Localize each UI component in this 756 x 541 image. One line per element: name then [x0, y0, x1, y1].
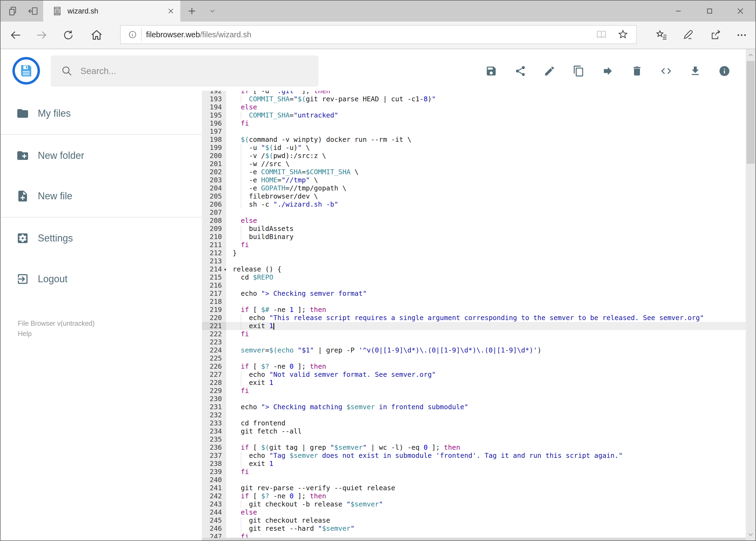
favorite-star-icon[interactable] — [617, 29, 629, 40]
code-line[interactable]: 240 — [202, 476, 746, 484]
address-bar[interactable]: filebrowser.web/files/wizard.sh — [120, 25, 637, 44]
code-line[interactable]: 203 -e HOME="//tmp" \ — [202, 176, 746, 184]
code-line[interactable]: 229 fi — [202, 387, 746, 395]
code-line[interactable]: 201 -w //src \ — [202, 160, 746, 168]
tab-preview-icon[interactable] — [7, 1, 19, 22]
move-button[interactable] — [602, 65, 614, 77]
code-line[interactable]: 222 fi — [202, 330, 746, 338]
share-button[interactable] — [514, 65, 526, 77]
filebrowser-logo[interactable] — [12, 57, 40, 85]
code-line[interactable]: 204 -e GOPATH=//tmp/gopath \ — [202, 184, 746, 192]
tabs-aside-icon[interactable] — [27, 1, 39, 22]
copy-button[interactable] — [573, 65, 585, 77]
search-input[interactable] — [80, 66, 302, 76]
code-line[interactable]: 210 buildBinary — [202, 233, 746, 241]
code-line[interactable]: 221 exit 1 — [202, 322, 746, 330]
reading-view-icon[interactable] — [596, 29, 607, 40]
code-line[interactable]: 219 if [ $# -ne 1 ]; then — [202, 306, 746, 314]
help-link[interactable]: Help — [18, 328, 95, 339]
new-tab-button[interactable] — [186, 1, 198, 22]
code-line[interactable]: 214▾release () { — [202, 265, 746, 273]
window-minimize-button[interactable] — [666, 1, 690, 22]
sidebar-item-new-file[interactable]: New file — [1, 183, 202, 209]
back-icon[interactable] — [8, 22, 24, 49]
code-line[interactable]: 207 — [202, 209, 746, 217]
code-line[interactable]: 193 COMMIT_SHA="$(git rev-parse HEAD | c… — [202, 95, 746, 103]
delete-button[interactable] — [631, 65, 643, 77]
info-button[interactable] — [718, 65, 730, 77]
code-line[interactable]: 223 — [202, 338, 746, 346]
edit-button[interactable] — [544, 65, 556, 77]
code-line[interactable]: 197 — [202, 128, 746, 136]
code-line[interactable]: 244 else — [202, 508, 746, 516]
code-line[interactable]: 233 cd frontend — [202, 419, 746, 427]
code-line[interactable]: 202 -e COMMIT_SHA=$COMMIT_SHA \ — [202, 168, 746, 176]
sidebar-item-new-folder[interactable]: New folder — [1, 143, 202, 169]
code-line[interactable]: 230 — [202, 395, 746, 403]
window-maximize-button[interactable] — [697, 1, 722, 22]
code-line[interactable]: 194 else — [202, 103, 746, 111]
code-button[interactable] — [660, 65, 672, 77]
code-line[interactable]: 208 else — [202, 217, 746, 225]
editor-horizontal-scrollbar[interactable] — [202, 538, 746, 540]
tab-close-icon[interactable] — [161, 1, 180, 22]
scroll-up-icon[interactable] — [746, 50, 755, 61]
code-line[interactable]: 205 filebrowser/dev \ — [202, 192, 746, 201]
code-line[interactable]: 238 exit 1 — [202, 460, 746, 468]
code-line[interactable]: 241 git rev-parse --verify --quiet relea… — [202, 484, 746, 492]
scroll-down-icon[interactable] — [746, 529, 755, 540]
more-options-icon[interactable] — [734, 22, 750, 49]
code-line[interactable]: 216 — [202, 281, 746, 289]
code-line[interactable]: 224 semver=$(echo "$1" | grep -P '^v(0|[… — [202, 346, 746, 354]
code-line[interactable]: 243 git checkout -b release "$semver" — [202, 500, 746, 508]
code-line[interactable]: 231 echo "> Checking matching $semver in… — [202, 403, 746, 411]
forward-icon[interactable] — [34, 22, 50, 49]
save-button[interactable] — [485, 65, 497, 77]
code-line[interactable]: 215 cd $REPO — [202, 273, 746, 281]
scrollbar-thumb[interactable] — [747, 61, 755, 164]
download-button[interactable] — [689, 65, 701, 77]
code-line[interactable]: 228 exit 1 — [202, 379, 746, 387]
code-line[interactable]: 246 git reset --hard "$semver" — [202, 525, 746, 533]
code-line[interactable]: 199 -u "$(id -u)" \ — [202, 144, 746, 152]
code-line[interactable]: 237 echo "Tag $semver does not exist in … — [202, 452, 746, 460]
code-editor[interactable]: 192 if [ -d ".git" ]; then193 COMMIT_SHA… — [202, 91, 746, 540]
site-info-icon[interactable] — [127, 30, 137, 39]
code-line[interactable]: 206 sh -c "./wizard.sh -b" — [202, 201, 746, 209]
code-line[interactable]: 242 if [ $? -ne 0 ]; then — [202, 492, 746, 500]
code-line[interactable]: 235 — [202, 435, 746, 443]
code-line[interactable]: 245 git checkout release — [202, 516, 746, 525]
code-line[interactable]: 209 buildAssets — [202, 225, 746, 233]
search-bar[interactable] — [51, 55, 319, 87]
home-icon[interactable] — [89, 22, 105, 49]
tab-list-chevron-icon[interactable] — [206, 1, 219, 22]
page-scrollbar[interactable] — [746, 49, 755, 540]
browser-tab[interactable]: wizard.sh — [43, 1, 180, 22]
code-line[interactable]: 213 — [202, 257, 746, 265]
sidebar-item-logout[interactable]: Logout — [1, 266, 202, 292]
code-line[interactable]: 236 if [ $(git tag | grep "$semver" | wc… — [202, 443, 746, 452]
code-line[interactable]: 198 $(command -v winpty) docker run --rm… — [202, 136, 746, 144]
code-line[interactable]: 212} — [202, 249, 746, 257]
code-line[interactable]: 226 if [ $? -ne 0 ]; then — [202, 362, 746, 370]
share-icon[interactable] — [708, 22, 724, 49]
code-line[interactable]: 218 — [202, 297, 746, 306]
sidebar-item-settings[interactable]: Settings — [1, 225, 202, 251]
code-line[interactable]: 225 — [202, 354, 746, 362]
code-line[interactable]: 200 -v /$(pwd):/src:z \ — [202, 152, 746, 160]
code-line[interactable]: 217 echo "> Checking semver format" — [202, 289, 746, 297]
url-path[interactable]: /files/wizard.sh — [200, 30, 251, 39]
code-line[interactable]: 196 fi — [202, 119, 746, 128]
code-line[interactable]: 220 echo "This release script requires a… — [202, 314, 746, 322]
window-close-button[interactable] — [728, 1, 752, 22]
code-line[interactable]: 192 if [ -d ".git" ]; then — [202, 91, 746, 95]
code-line[interactable]: 232 — [202, 411, 746, 419]
code-line[interactable]: 227 echo "Not valid semver format. See s… — [202, 370, 746, 379]
code-line[interactable]: 239 fi — [202, 468, 746, 476]
url-host[interactable]: filebrowser.web — [146, 30, 200, 39]
sidebar-item-my-files[interactable]: My files — [1, 101, 202, 126]
code-line[interactable]: 195 COMMIT_SHA="untracked" — [202, 111, 746, 119]
refresh-icon[interactable] — [60, 22, 76, 49]
web-notes-pen-icon[interactable] — [680, 22, 696, 49]
code-line[interactable]: 211 fi — [202, 241, 746, 249]
